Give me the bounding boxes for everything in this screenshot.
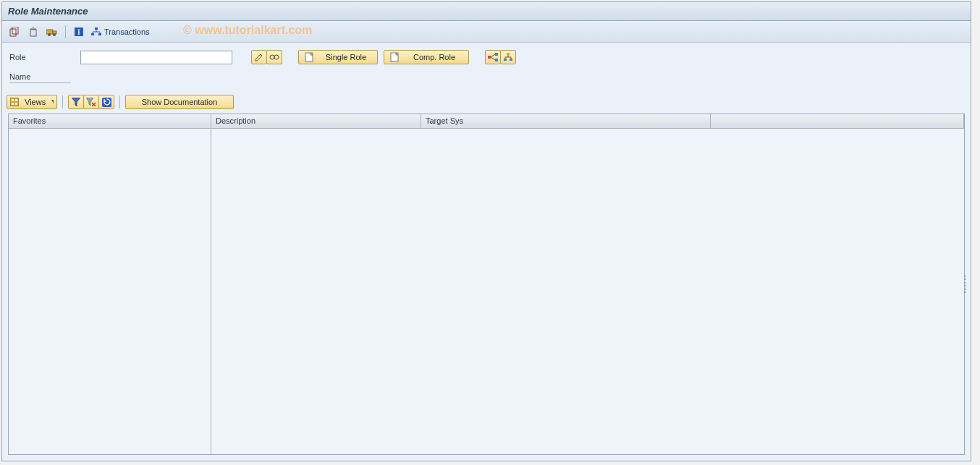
favorites-table: Favorites Description Target Sys [8,114,965,455]
svg-rect-35 [10,98,19,106]
toolbar-separator [62,95,63,108]
title-bar: Role Maintenance [2,2,971,21]
svg-rect-29 [504,59,507,61]
svg-point-19 [274,55,279,59]
svg-rect-36 [12,99,14,101]
transactions-label: Transactions [104,27,150,36]
filter-delete-icon [86,98,96,106]
toolbar-separator [65,25,66,38]
resize-handle[interactable] [964,276,966,293]
pencil-icon [255,53,263,61]
svg-point-18 [270,55,274,59]
views-icon [10,98,19,106]
single-role-button[interactable]: Single Role [298,50,378,64]
table-column-headers: Favorites Description Target Sys [9,114,964,129]
svg-line-26 [491,54,495,57]
filter-button[interactable] [68,95,84,109]
svg-rect-28 [507,53,510,55]
svg-rect-23 [488,56,491,59]
delete-icon[interactable] [25,25,41,39]
where-used-icon [488,53,498,61]
copy-icon[interactable] [7,25,22,39]
application-toolbar: i Transactions © www.tutorialkart.com [2,21,971,43]
favorites-tree-area[interactable] [9,129,211,454]
svg-rect-11 [95,27,98,30]
dropdown-icon [51,100,54,104]
svg-point-7 [48,33,51,36]
views-toolbar: Views Show Documentation [2,90,971,112]
svg-rect-39 [15,103,17,105]
svg-rect-1 [12,27,18,34]
refresh-icon [102,98,111,107]
toolbar-separator [119,95,120,108]
svg-point-8 [53,33,56,36]
column-header-favorites[interactable]: Favorites [9,114,211,128]
svg-rect-0 [10,29,16,36]
form-area: Role Single Role [2,43,971,90]
hierarchy-icon [91,27,101,36]
where-used-button[interactable] [485,50,501,64]
column-header-spacer [711,114,964,128]
views-button[interactable]: Views [7,95,57,109]
transport-icon[interactable] [44,25,60,39]
table-body [9,129,964,454]
column-header-target-sys[interactable]: Target Sys [421,114,711,128]
info-icon[interactable]: i [71,25,87,39]
hierarchy-small-icon [503,53,513,61]
transactions-button[interactable]: Transactions [90,27,151,36]
column-header-description[interactable]: Description [211,114,421,128]
app-window: Role Maintenance i Transactions © www.tu… [1,1,971,461]
role-input[interactable] [80,51,232,64]
display-button[interactable] [266,50,282,64]
svg-text:i: i [78,28,80,36]
name-label: Name [9,72,71,83]
window-title: Role Maintenance [8,6,88,17]
change-button[interactable] [251,50,267,64]
show-documentation-button[interactable]: Show Documentation [125,95,234,109]
svg-rect-25 [495,59,498,61]
role-label: Role [9,53,75,61]
table-content-area [211,129,964,454]
svg-rect-24 [495,53,498,56]
watermark-text: © www.tutorialkart.com [183,24,312,37]
svg-rect-13 [98,33,101,35]
inheritance-button[interactable] [500,50,516,64]
svg-rect-37 [15,99,17,101]
svg-rect-2 [30,30,36,36]
comp-role-button[interactable]: Comp. Role [384,50,469,64]
svg-line-27 [491,57,495,60]
create-icon [390,52,400,62]
svg-rect-38 [12,103,14,105]
filter-delete-button[interactable] [83,95,99,109]
refresh-button[interactable] [98,95,114,109]
svg-rect-30 [510,59,512,61]
svg-rect-12 [91,33,94,35]
create-icon [305,52,315,62]
filter-icon [72,98,80,106]
glasses-icon [269,54,279,61]
